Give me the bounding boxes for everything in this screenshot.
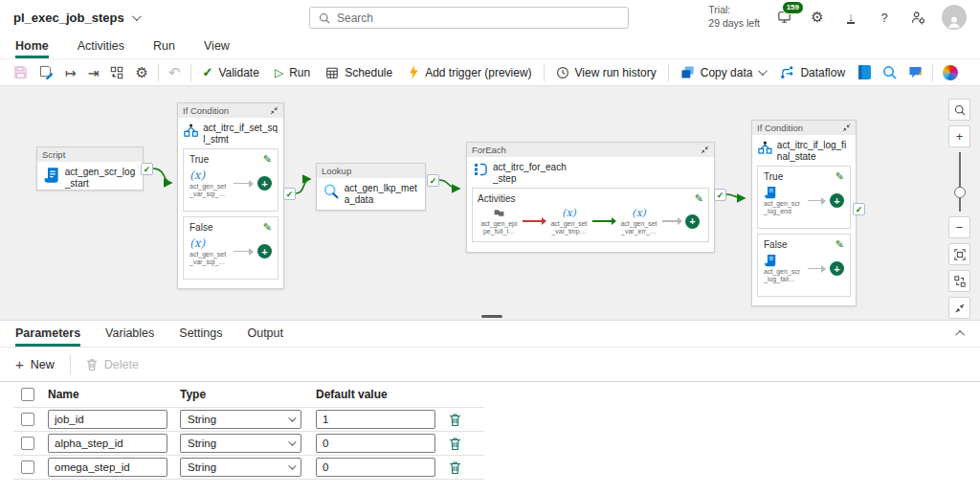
import-template-button[interactable]: ⇥	[82, 61, 105, 84]
param-type-select[interactable]: String	[180, 458, 301, 477]
collapse-icon[interactable]	[701, 146, 709, 154]
tab-parameters[interactable]: Parameters	[15, 321, 80, 347]
pipeline-settings-button[interactable]: ⚙	[129, 61, 153, 84]
inner-activity-set-var-err[interactable]: (x) act_gen_set_var_err_…	[619, 207, 658, 236]
tab-settings[interactable]: Settings	[179, 321, 222, 347]
tab-activities[interactable]: Activities	[78, 34, 124, 58]
edit-pencil-icon[interactable]: ✎	[835, 171, 844, 182]
help-button[interactable]: ?	[875, 8, 894, 27]
activity-if-log-final[interactable]: If Condition act_itrc_if_log_final_state…	[751, 120, 857, 306]
whats-new-button[interactable]: 159	[774, 8, 793, 27]
auto-align-button[interactable]	[948, 270, 970, 292]
add-activity-button[interactable]: +	[830, 261, 844, 276]
row-checkbox[interactable]	[21, 460, 34, 474]
inner-activity-invoke-pipeline[interactable]: act_gen_epipe_full_l…	[479, 207, 519, 236]
zoom-slider-handle[interactable]	[954, 187, 966, 198]
pipeline-canvas[interactable]: Script act_gen_scr_log_start If Conditio…	[0, 86, 980, 321]
row-checkbox[interactable]	[21, 437, 34, 450]
view-run-history-button[interactable]: View run history	[548, 61, 664, 84]
activity-foreach[interactable]: ForEach act_itrc_for_each_step Activitie…	[466, 142, 715, 253]
add-activity-button[interactable]: +	[257, 176, 272, 191]
delete-parameter-button[interactable]: Delete	[86, 358, 139, 371]
activity-script[interactable]: Script act_gen_scr_log_start	[36, 146, 144, 191]
collapse-icon[interactable]	[842, 124, 851, 132]
pipeline-name-menu[interactable]: pl_exec_job_steps	[13, 11, 139, 25]
schedule-button[interactable]: Schedule	[318, 61, 400, 84]
copilot-button[interactable]	[937, 61, 964, 84]
if-true-branch[interactable]: True ✎ act_gen_scr_log_end +	[757, 166, 851, 229]
edit-pencil-icon[interactable]: ✎	[835, 239, 844, 250]
search-activities-button[interactable]	[877, 61, 902, 84]
export-template-button[interactable]: ↦	[59, 61, 82, 84]
if-false-branch[interactable]: False ✎ act_gen_scr_log_fail… +	[757, 234, 851, 297]
save-as-button[interactable]	[33, 61, 59, 84]
fit-to-screen-button[interactable]	[948, 243, 970, 265]
param-type-select[interactable]: String	[180, 410, 301, 429]
notebook-icon	[858, 65, 871, 79]
edit-pencil-icon[interactable]: ✎	[263, 222, 272, 233]
delete-row-button[interactable]	[449, 437, 461, 451]
edit-pencil-icon[interactable]: ✎	[695, 193, 703, 204]
if-true-branch[interactable]: True ✎ (x) act_gen_set_var_sql_… +	[183, 148, 278, 212]
select-all-checkbox[interactable]	[21, 388, 34, 401]
collapse-icon[interactable]	[270, 106, 278, 115]
snippets-button[interactable]	[104, 61, 129, 84]
search-icon	[954, 104, 966, 116]
add-activity-button[interactable]: +	[257, 244, 272, 258]
activities-label: Activities	[478, 193, 515, 204]
on-success-badge[interactable]: ✓	[853, 203, 865, 215]
on-success-badge[interactable]: ✓	[714, 189, 726, 201]
validate-button[interactable]: ✓ Validate	[195, 61, 267, 84]
activity-if-set-sql[interactable]: If Condition act_itrc_if_set_sql_stmt Tr…	[177, 102, 284, 289]
notebook-button[interactable]	[853, 61, 877, 84]
zoom-out-button[interactable]: −	[948, 216, 970, 238]
activity-lookup[interactable]: Lookup act_gen_lkp_meta_data	[316, 163, 426, 211]
tab-view[interactable]: View	[204, 34, 230, 58]
zoom-in-button[interactable]: +	[948, 125, 970, 147]
downloads-button[interactable]: ↓	[841, 8, 860, 27]
collapse-all-button[interactable]	[948, 297, 970, 319]
param-name-input[interactable]	[48, 434, 167, 453]
zoom-slider[interactable]	[948, 152, 970, 212]
param-default-input[interactable]	[316, 458, 435, 477]
copy-data-button[interactable]: Copy data	[673, 61, 773, 84]
tab-output[interactable]: Output	[247, 321, 283, 347]
tab-variables[interactable]: Variables	[105, 321, 154, 347]
on-success-badge[interactable]: ✓	[427, 174, 439, 187]
undo-button[interactable]: ↶	[163, 61, 187, 84]
feedback-button[interactable]	[908, 8, 927, 27]
if-false-branch[interactable]: False ✎ (x) act_gen_set_var_sql_… +	[183, 216, 278, 280]
param-default-input[interactable]	[316, 434, 435, 453]
delete-row-button[interactable]	[449, 460, 461, 475]
tab-run[interactable]: Run	[153, 34, 175, 58]
add-activity-button[interactable]: +	[685, 214, 700, 229]
edit-pencil-icon[interactable]: ✎	[263, 154, 272, 165]
param-type-select[interactable]: String	[180, 434, 301, 453]
inner-activity-set-var-tmp[interactable]: (x) act_gen_set_var_tmp…	[549, 207, 589, 236]
on-success-badge[interactable]: ✓	[283, 188, 296, 200]
foreach-activities-panel[interactable]: Activities ✎ act_gen_epipe_full_l… (x) a…	[472, 188, 709, 242]
comments-button[interactable]	[902, 61, 928, 84]
settings-button[interactable]: ⚙	[808, 8, 827, 27]
tab-home[interactable]: Home	[15, 34, 49, 58]
account-avatar[interactable]	[942, 5, 967, 30]
row-checkbox[interactable]	[21, 413, 34, 426]
run-button[interactable]: ▷ Run	[267, 61, 318, 84]
tab-parameters-label: Parameters	[15, 326, 80, 340]
new-parameter-button[interactable]: + New	[15, 357, 55, 371]
save-button[interactable]	[8, 61, 33, 84]
param-default-input[interactable]	[316, 410, 435, 429]
canvas-search-button[interactable]	[948, 99, 970, 121]
dataflow-button[interactable]: Dataflow	[772, 61, 853, 84]
on-success-badge[interactable]: ✓	[141, 163, 153, 175]
canvas-horizontal-scrollbar[interactable]	[481, 315, 502, 318]
add-activity-button[interactable]: +	[830, 193, 844, 208]
delete-row-button[interactable]	[449, 413, 461, 427]
param-name-input[interactable]	[48, 458, 167, 477]
collapse-panel-button[interactable]	[958, 321, 965, 347]
global-search-input[interactable]: Search	[309, 7, 629, 29]
add-trigger-button[interactable]: Add trigger (preview)	[400, 61, 539, 84]
tab-output-label: Output	[247, 326, 283, 340]
param-name-input[interactable]	[48, 410, 167, 429]
notification-count-badge: 159	[782, 1, 804, 14]
